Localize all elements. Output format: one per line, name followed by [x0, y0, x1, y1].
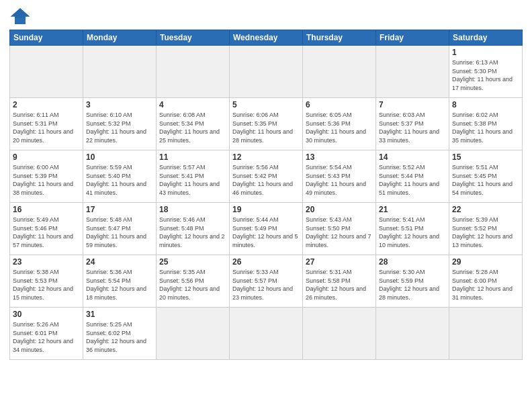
day-number: 16 — [13, 205, 80, 214]
weekday-header-monday: Monday — [83, 30, 157, 46]
day-number: 22 — [452, 205, 519, 214]
day-cell: 4Sunrise: 6:08 AM Sunset: 5:34 PM Daylig… — [157, 98, 230, 150]
weekday-header-thursday: Thursday — [303, 30, 376, 46]
day-info: Sunrise: 6:11 AM Sunset: 5:31 PM Dayligh… — [13, 111, 80, 144]
day-info: Sunrise: 5:51 AM Sunset: 5:45 PM Dayligh… — [452, 163, 519, 197]
day-cell: 28Sunrise: 5:30 AM Sunset: 5:59 PM Dayli… — [376, 255, 449, 308]
day-cell: 12Sunrise: 5:56 AM Sunset: 5:42 PM Dayli… — [230, 150, 303, 203]
day-cell: 24Sunrise: 5:36 AM Sunset: 5:54 PM Dayli… — [83, 255, 157, 308]
day-cell: 19Sunrise: 5:44 AM Sunset: 5:49 PM Dayli… — [230, 203, 303, 255]
day-cell: 9Sunrise: 6:00 AM Sunset: 5:39 PM Daylig… — [10, 150, 83, 203]
logo — [9, 7, 34, 26]
logo-icon — [9, 7, 31, 26]
day-number: 12 — [232, 152, 300, 162]
day-cell — [230, 308, 303, 360]
day-cell: 6Sunrise: 6:05 AM Sunset: 5:36 PM Daylig… — [303, 98, 376, 150]
day-info: Sunrise: 6:10 AM Sunset: 5:32 PM Dayligh… — [86, 111, 153, 144]
day-info: Sunrise: 5:31 AM Sunset: 5:58 PM Dayligh… — [306, 268, 373, 302]
day-number: 13 — [306, 152, 373, 162]
day-number: 2 — [13, 100, 80, 109]
day-number: 3 — [86, 100, 153, 109]
day-cell: 31Sunrise: 5:25 AM Sunset: 6:02 PM Dayli… — [83, 308, 157, 360]
week-row-1: 1Sunrise: 6:13 AM Sunset: 5:30 PM Daylig… — [10, 46, 523, 98]
week-row-6: 30Sunrise: 5:26 AM Sunset: 6:01 PM Dayli… — [10, 308, 523, 360]
day-cell: 30Sunrise: 5:26 AM Sunset: 6:01 PM Dayli… — [10, 308, 83, 360]
day-cell: 21Sunrise: 5:41 AM Sunset: 5:51 PM Dayli… — [376, 203, 449, 255]
day-info: Sunrise: 6:05 AM Sunset: 5:36 PM Dayligh… — [306, 111, 373, 144]
day-number: 14 — [379, 152, 446, 162]
day-number: 30 — [13, 310, 80, 319]
day-number: 4 — [159, 100, 226, 109]
day-number: 15 — [452, 152, 519, 162]
svg-marker-1 — [11, 8, 30, 17]
day-info: Sunrise: 6:06 AM Sunset: 5:35 PM Dayligh… — [232, 111, 300, 144]
day-number: 7 — [379, 100, 446, 109]
day-cell: 11Sunrise: 5:57 AM Sunset: 5:41 PM Dayli… — [157, 150, 230, 203]
day-info: Sunrise: 5:39 AM Sunset: 5:52 PM Dayligh… — [452, 216, 519, 249]
day-number: 6 — [306, 100, 373, 109]
day-cell: 5Sunrise: 6:06 AM Sunset: 5:35 PM Daylig… — [230, 98, 303, 150]
day-info: Sunrise: 6:08 AM Sunset: 5:34 PM Dayligh… — [159, 111, 226, 144]
calendar: SundayMondayTuesdayWednesdayThursdayFrid… — [9, 30, 523, 360]
day-info: Sunrise: 5:26 AM Sunset: 6:01 PM Dayligh… — [13, 320, 80, 354]
day-info: Sunrise: 6:00 AM Sunset: 5:39 PM Dayligh… — [13, 163, 80, 197]
page: SundayMondayTuesdayWednesdayThursdayFrid… — [0, 0, 532, 411]
day-cell — [83, 46, 157, 98]
day-cell — [303, 46, 376, 98]
day-number: 29 — [452, 257, 519, 267]
day-cell: 1Sunrise: 6:13 AM Sunset: 5:30 PM Daylig… — [449, 46, 523, 98]
day-cell — [376, 308, 449, 360]
day-number: 17 — [86, 205, 153, 214]
day-info: Sunrise: 5:46 AM Sunset: 5:48 PM Dayligh… — [159, 216, 226, 249]
day-number: 8 — [452, 100, 519, 109]
week-row-4: 16Sunrise: 5:49 AM Sunset: 5:46 PM Dayli… — [10, 203, 523, 255]
day-cell: 25Sunrise: 5:35 AM Sunset: 5:56 PM Dayli… — [157, 255, 230, 308]
week-row-2: 2Sunrise: 6:11 AM Sunset: 5:31 PM Daylig… — [10, 98, 523, 150]
day-cell: 16Sunrise: 5:49 AM Sunset: 5:46 PM Dayli… — [10, 203, 83, 255]
day-cell — [10, 46, 83, 98]
day-cell: 14Sunrise: 5:52 AM Sunset: 5:44 PM Dayli… — [376, 150, 449, 203]
day-info: Sunrise: 5:57 AM Sunset: 5:41 PM Dayligh… — [159, 163, 226, 197]
day-cell: 23Sunrise: 5:38 AM Sunset: 5:53 PM Dayli… — [10, 255, 83, 308]
day-cell: 8Sunrise: 6:02 AM Sunset: 5:38 PM Daylig… — [449, 98, 523, 150]
day-cell: 29Sunrise: 5:28 AM Sunset: 6:00 PM Dayli… — [449, 255, 523, 308]
week-row-5: 23Sunrise: 5:38 AM Sunset: 5:53 PM Dayli… — [10, 255, 523, 308]
day-cell: 18Sunrise: 5:46 AM Sunset: 5:48 PM Dayli… — [157, 203, 230, 255]
weekday-header-wednesday: Wednesday — [230, 30, 303, 46]
weekday-header-saturday: Saturday — [449, 30, 523, 46]
day-info: Sunrise: 5:44 AM Sunset: 5:49 PM Dayligh… — [232, 216, 300, 249]
day-cell — [157, 46, 230, 98]
day-cell: 15Sunrise: 5:51 AM Sunset: 5:45 PM Dayli… — [449, 150, 523, 203]
weekday-header-tuesday: Tuesday — [157, 30, 230, 46]
weekday-header-friday: Friday — [376, 30, 449, 46]
weekday-header-row: SundayMondayTuesdayWednesdayThursdayFrid… — [10, 30, 523, 46]
day-number: 10 — [86, 152, 153, 162]
day-number: 23 — [13, 257, 80, 267]
header — [9, 7, 523, 26]
day-info: Sunrise: 5:41 AM Sunset: 5:51 PM Dayligh… — [379, 216, 446, 249]
day-cell: 2Sunrise: 6:11 AM Sunset: 5:31 PM Daylig… — [10, 98, 83, 150]
day-number: 21 — [379, 205, 446, 214]
day-cell: 17Sunrise: 5:48 AM Sunset: 5:47 PM Dayli… — [83, 203, 157, 255]
day-info: Sunrise: 6:02 AM Sunset: 5:38 PM Dayligh… — [452, 111, 519, 144]
day-info: Sunrise: 5:35 AM Sunset: 5:56 PM Dayligh… — [159, 268, 226, 302]
day-number: 27 — [306, 257, 373, 267]
day-info: Sunrise: 5:56 AM Sunset: 5:42 PM Dayligh… — [232, 163, 300, 197]
day-cell: 10Sunrise: 5:59 AM Sunset: 5:40 PM Dayli… — [83, 150, 157, 203]
day-number: 31 — [86, 310, 153, 319]
day-number: 28 — [379, 257, 446, 267]
day-number: 24 — [86, 257, 153, 267]
day-cell — [230, 46, 303, 98]
day-cell — [449, 308, 523, 360]
day-number: 18 — [159, 205, 226, 214]
day-info: Sunrise: 5:48 AM Sunset: 5:47 PM Dayligh… — [86, 216, 153, 249]
day-number: 5 — [232, 100, 300, 109]
day-info: Sunrise: 5:36 AM Sunset: 5:54 PM Dayligh… — [86, 268, 153, 302]
day-info: Sunrise: 5:33 AM Sunset: 5:57 PM Dayligh… — [232, 268, 300, 302]
day-info: Sunrise: 5:49 AM Sunset: 5:46 PM Dayligh… — [13, 216, 80, 249]
day-info: Sunrise: 5:59 AM Sunset: 5:40 PM Dayligh… — [86, 163, 153, 197]
day-number: 25 — [159, 257, 226, 267]
day-cell — [303, 308, 376, 360]
day-cell: 22Sunrise: 5:39 AM Sunset: 5:52 PM Dayli… — [449, 203, 523, 255]
day-cell: 20Sunrise: 5:43 AM Sunset: 5:50 PM Dayli… — [303, 203, 376, 255]
